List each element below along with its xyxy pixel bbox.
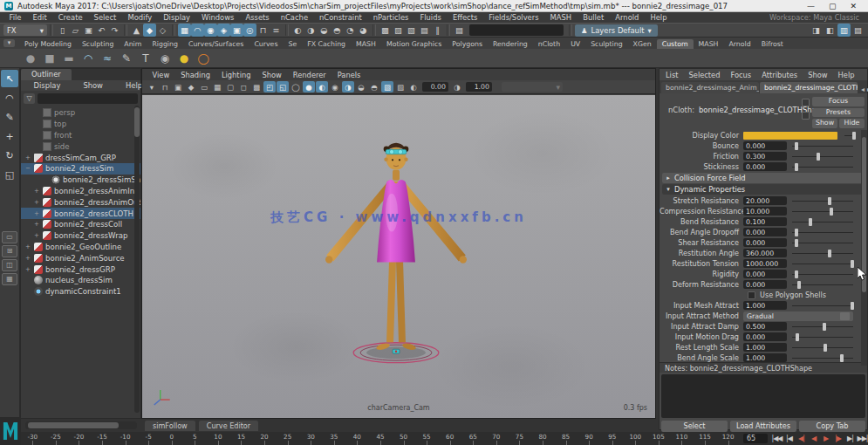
outliner-item[interactable]: side (21, 140, 140, 152)
menu-item[interactable]: Assets (240, 13, 275, 22)
outliner-menu-item[interactable]: Show (78, 81, 109, 90)
tool-settings-toggle-icon[interactable]: ◧ (824, 24, 837, 37)
safe-action-icon[interactable]: ◰ (263, 81, 276, 92)
dropdown-button[interactable] (840, 312, 850, 320)
output-operations-icon[interactable]: ◔ (344, 24, 357, 37)
outliner-item[interactable]: + bonnie2_dressAnimIn (21, 186, 140, 197)
notes-textarea[interactable] (661, 374, 865, 418)
menu-item[interactable]: nConstraint (314, 13, 368, 22)
redo-icon[interactable]: ↷ (108, 24, 121, 37)
step-forward-key-button[interactable]: |▶ (832, 435, 844, 442)
shelf-poly-plane-icon[interactable]: ▬ (61, 51, 77, 66)
image-plane-icon[interactable]: ▭ (198, 81, 210, 92)
outliner-menu-item[interactable]: Display (28, 81, 66, 90)
bookmarks-icon[interactable]: ◆ (185, 81, 197, 92)
viewport-menu-item[interactable]: Shading (175, 71, 216, 79)
screen-ao-icon[interactable]: ◒ (355, 81, 367, 92)
frame-tick[interactable]: 80 (531, 432, 555, 445)
make-live-icon[interactable]: ◎ (243, 24, 256, 37)
expand-caret-icon[interactable]: + (33, 210, 40, 217)
bookmark-toggle-icon[interactable] (802, 112, 810, 120)
frame-tick[interactable]: -20 (67, 432, 91, 445)
outliner-item[interactable]: + dressSimCam_GRP (21, 152, 140, 163)
attribute-slider[interactable] (792, 141, 853, 150)
viewport-menu-item[interactable]: Lighting (215, 71, 256, 79)
menu-item[interactable]: Create (52, 13, 88, 22)
frame-tick[interactable]: 25 (276, 432, 299, 445)
ipr-render-icon[interactable]: ▨ (392, 24, 405, 37)
attribute-slider[interactable] (792, 270, 853, 278)
gamma-icon[interactable]: ◑ (451, 81, 463, 92)
exposure-field[interactable]: 0.00 (422, 82, 448, 92)
section-arrow-icon[interactable]: ▾ (662, 186, 674, 193)
menu-item[interactable]: Display (158, 13, 196, 22)
attribute-editor-footer-button[interactable]: Copy Tab (799, 421, 865, 432)
menu-item[interactable]: Effects (447, 13, 482, 22)
step-back-frame-button[interactable]: |◀ (783, 435, 795, 442)
slider-handle[interactable] (797, 281, 801, 289)
frame-tick[interactable]: -15 (91, 432, 114, 445)
attribute-slider[interactable] (792, 162, 853, 171)
outliner-search-input[interactable] (38, 93, 138, 104)
expand-caret-icon[interactable]: + (24, 154, 31, 161)
filter-icon[interactable]: ▽ (24, 93, 35, 104)
menu-item[interactable]: nCache (275, 13, 313, 22)
expand-caret-icon[interactable]: + (33, 221, 40, 228)
attribute-slider[interactable] (792, 332, 853, 341)
menu-item[interactable]: Select (88, 13, 122, 22)
menu-item[interactable]: Arnold (610, 13, 645, 22)
attribute-slider[interactable] (792, 228, 853, 236)
tab-prev-icon[interactable]: ◂ (861, 86, 865, 93)
layout-four-pane-button[interactable]: ⊞ (2, 245, 17, 257)
frame-tick[interactable]: 45 (369, 432, 393, 445)
shelf-curve-icon[interactable]: ◠ (80, 51, 96, 66)
slider-handle[interactable] (851, 302, 854, 310)
attribute-value-field[interactable]: 0.000 (743, 270, 787, 278)
output-connections-icon[interactable]: ◑ (304, 24, 318, 37)
attribute-value-field[interactable]: 10.000 (743, 207, 787, 216)
frame-tick[interactable]: -5 (137, 432, 161, 445)
layout-persp-outliner-button[interactable]: ◫ (2, 259, 17, 271)
attribute-value-field[interactable]: 0.000 (743, 238, 787, 247)
command-line-input[interactable] (469, 24, 564, 36)
shelf-tab[interactable]: Rigging (147, 39, 183, 49)
menu-item[interactable]: Fields/Solvers (483, 13, 544, 22)
shelf-tab[interactable]: Poly Modeling (19, 39, 77, 49)
panel-tab[interactable]: simFollow (145, 421, 195, 431)
gate-mask-icon[interactable]: ▩ (250, 81, 263, 92)
select-object-icon[interactable]: ◆ (143, 24, 156, 37)
snap-view-icon[interactable]: ▣ (230, 24, 243, 37)
attribute-value-field[interactable]: 0.000 (743, 162, 787, 171)
xray-icon[interactable]: ▧ (394, 81, 407, 92)
motion-blur-icon[interactable]: ◓ (368, 81, 380, 92)
attribute-editor-menu-item[interactable]: Focus (726, 71, 755, 79)
go-to-end-button[interactable]: ▶▶| (857, 435, 868, 442)
construction-history-icon[interactable]: ◒ (318, 24, 331, 37)
viewport-menu-item[interactable]: Show (256, 71, 287, 79)
script-editor-icon[interactable]: ▤ (453, 24, 466, 37)
expand-caret-icon[interactable]: + (24, 255, 31, 262)
slider-handle[interactable] (852, 132, 856, 140)
shelf-tab[interactable]: MASH (694, 39, 724, 49)
slider-handle[interactable] (795, 239, 798, 247)
undo-icon[interactable]: ↶ (95, 24, 108, 37)
frame-tick[interactable]: -25 (44, 432, 68, 445)
attribute-value-field[interactable]: 360.000 (743, 249, 787, 257)
shelf-tab[interactable]: Curves/Surfaces (183, 39, 249, 49)
lock-selection-icon[interactable]: ⊓ (256, 24, 270, 37)
attribute-slider[interactable] (792, 343, 853, 352)
snap-plane-icon[interactable]: ◈ (217, 24, 230, 37)
outliner-item[interactable]: + bonnie2_dressColl (21, 219, 140, 230)
shelf-tab[interactable]: UV (565, 39, 585, 49)
menu-item[interactable]: Help (645, 13, 673, 22)
live-surface-dropdown[interactable]: ▾ (502, 82, 563, 92)
lasso-tool-icon[interactable]: ◠ (1, 89, 18, 106)
shelf-tab[interactable]: Rendering (488, 39, 533, 49)
gamma-field[interactable]: 1.00 (466, 82, 492, 92)
shelf-text-icon[interactable]: T (138, 51, 154, 66)
frame-tick[interactable]: 90 (578, 432, 601, 445)
frame-tick[interactable]: 10 (207, 432, 230, 445)
view-grid-icon[interactable]: ▦ (211, 81, 223, 92)
safe-title-icon[interactable]: ◱ (277, 81, 289, 92)
attribute-editor-tab[interactable]: bonnie2_dressimage_CLOTHShape (760, 82, 858, 93)
